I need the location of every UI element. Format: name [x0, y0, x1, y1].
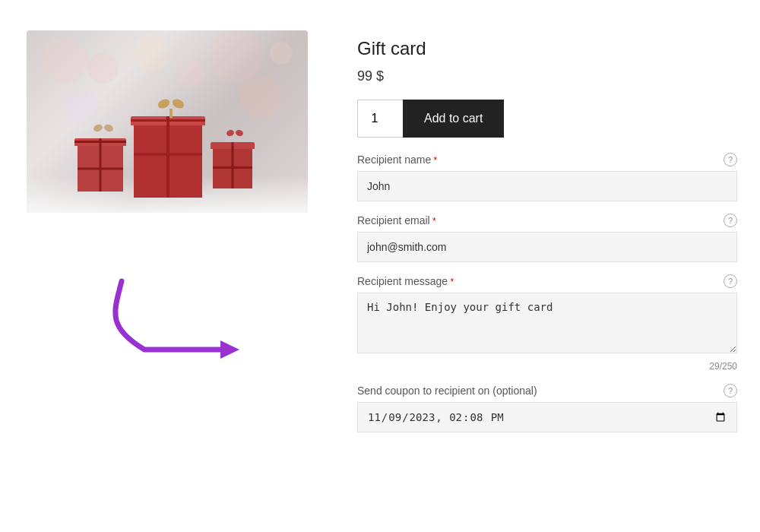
recipient-email-group: Recipient email * ? — [357, 214, 737, 262]
product-image — [27, 30, 308, 213]
send-coupon-label: Send coupon to recipient on (optional) — [357, 385, 537, 397]
recipient-email-input[interactable] — [357, 232, 737, 262]
send-coupon-group: Send coupon to recipient on (optional) ? — [357, 384, 737, 432]
recipient-message-help-icon[interactable]: ? — [724, 274, 737, 288]
recipient-name-label: Recipient name * — [357, 154, 437, 166]
page-container: Gift card 99 $ Add to cart Recipient nam… — [0, 0, 760, 532]
send-coupon-label-row: Send coupon to recipient on (optional) ? — [357, 384, 737, 397]
send-coupon-date-input[interactable] — [357, 402, 737, 432]
recipient-name-label-row: Recipient name * ? — [357, 153, 737, 166]
recipient-message-label: Recipient message * — [357, 275, 454, 287]
arrow-annotation — [84, 274, 251, 380]
right-column: Gift card 99 $ Add to cart Recipient nam… — [357, 30, 737, 502]
svg-marker-0 — [220, 340, 239, 359]
gift-box-tall — [134, 116, 208, 198]
recipient-message-textarea[interactable]: Hi John! Enjoy your gift card — [357, 293, 737, 353]
send-coupon-help-icon[interactable]: ? — [724, 384, 737, 397]
required-star-email: * — [430, 216, 436, 226]
recipient-name-input[interactable] — [357, 171, 737, 201]
gift-box-small — [78, 138, 129, 192]
recipient-message-label-row: Recipient message * ? — [357, 274, 737, 288]
required-star-message: * — [448, 277, 454, 287]
required-star: * — [431, 155, 437, 166]
recipient-email-label: Recipient email * — [357, 214, 436, 226]
recipient-email-help-icon[interactable]: ? — [724, 214, 737, 227]
product-image-inner — [27, 30, 308, 213]
gift-boxes-scene — [78, 116, 257, 198]
add-to-cart-row: Add to cart — [357, 100, 737, 138]
quantity-input[interactable] — [357, 100, 403, 138]
product-price: 99 $ — [357, 68, 737, 84]
gift-box-small-right — [213, 142, 257, 188]
recipient-name-group: Recipient name * ? — [357, 153, 737, 201]
recipient-email-label-row: Recipient email * ? — [357, 214, 737, 227]
form-section: Recipient name * ? Recipient email * ? — [357, 153, 737, 432]
add-to-cart-button[interactable]: Add to cart — [403, 100, 504, 138]
product-title: Gift card — [357, 38, 737, 59]
char-count: 29/250 — [357, 361, 737, 372]
recipient-name-help-icon[interactable]: ? — [724, 153, 737, 166]
recipient-message-group: Recipient message * ? Hi John! Enjoy you… — [357, 274, 737, 372]
left-column — [23, 30, 312, 502]
annotation-arrow-svg — [99, 274, 251, 372]
